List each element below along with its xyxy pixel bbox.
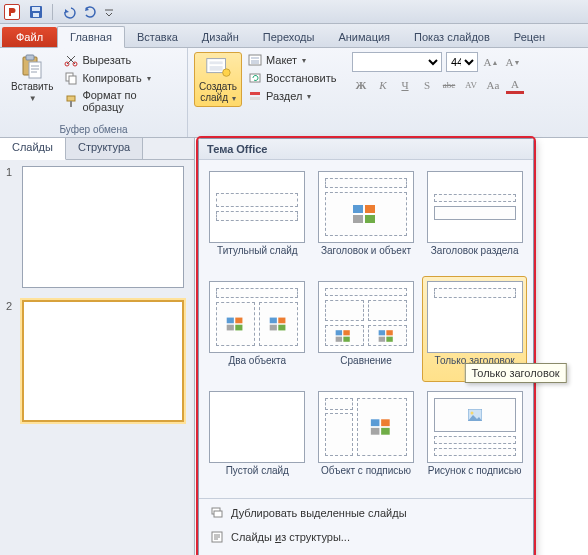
svg-rect-5 [29,62,41,78]
slide-thumbnail[interactable] [22,300,184,422]
layout-section-header[interactable]: Заголовок раздела [422,166,527,272]
shadow-button[interactable]: S [418,76,436,94]
shrink-font-icon[interactable]: A▼ [504,53,522,71]
underline-button[interactable]: Ч [396,76,414,94]
svg-rect-24 [353,215,363,223]
redo-icon[interactable] [81,4,97,20]
layout-icon [248,53,262,67]
cut-button[interactable]: Вырезать [62,52,181,68]
svg-rect-1 [32,7,40,11]
tab-outline-pane[interactable]: Структура [66,138,143,159]
section-button[interactable]: Раздел▾ [246,88,338,104]
layout-picture-caption[interactable]: Рисунок с подписью [422,386,527,492]
svg-rect-21 [250,97,260,100]
svg-rect-26 [227,318,234,324]
layout-content-caption[interactable]: Объект с подписью [314,386,419,492]
svg-rect-39 [387,330,393,335]
svg-rect-11 [70,101,72,107]
copy-label: Копировать [82,72,141,84]
slide-thumbnail[interactable] [22,166,184,288]
copy-icon [64,71,78,85]
tab-animation[interactable]: Анимация [326,27,402,47]
svg-rect-29 [235,325,242,331]
cut-label: Вырезать [82,54,131,66]
paste-label: Вставить▼ [11,81,53,104]
layout-blank[interactable]: Пустой слайд [205,386,310,492]
tab-transitions[interactable]: Переходы [251,27,327,47]
tab-insert[interactable]: Вставка [125,27,190,47]
svg-rect-23 [365,205,375,213]
layout-label: Сравнение [340,353,391,377]
svg-rect-2 [33,13,39,17]
qat-customize-icon[interactable] [101,4,117,20]
font-family-select[interactable] [352,52,442,72]
svg-rect-44 [371,428,380,435]
duplicate-slides[interactable]: Дублировать выделенные слайды [199,501,533,525]
tab-file[interactable]: Файл [2,27,57,47]
tab-home[interactable]: Главная [57,26,125,48]
svg-rect-37 [344,336,350,341]
scissors-icon [64,53,78,67]
layout-label: Рисунок с подписью [428,463,522,487]
thumb-number: 2 [6,300,16,422]
italic-button[interactable]: К [374,76,392,94]
svg-rect-30 [270,318,277,324]
gallery-header: Тема Office [199,139,533,160]
bold-button[interactable]: Ж [352,76,370,94]
section-label: Раздел [266,90,302,102]
thumb-number: 1 [6,166,16,288]
layout-label: Заголовок и объект [321,243,411,267]
svg-rect-32 [270,325,277,331]
save-icon[interactable] [28,4,44,20]
layout-title-slide[interactable]: Титульный слайд [205,166,310,272]
group-clipboard: Вставить▼ Вырезать Копировать▾ Формат по… [0,48,188,137]
layout-label: Макет [266,54,297,66]
layout-two-content[interactable]: Два объекта [205,276,310,382]
strike-button[interactable]: abc [440,76,458,94]
font-size-select[interactable]: 44 [446,52,478,72]
svg-point-47 [470,412,473,415]
svg-rect-31 [278,318,285,324]
svg-rect-36 [336,336,342,341]
svg-rect-41 [387,336,393,341]
font-color-button[interactable]: A [506,76,524,94]
slides-from-outline[interactable]: Слайды из структуры... [199,525,533,549]
layout-title-content[interactable]: Заголовок и объект [314,166,419,272]
copy-button[interactable]: Копировать▾ [62,70,181,86]
format-painter-button[interactable]: Формат по образцу [62,88,181,114]
new-slide-gallery: Тема Office Титульный слайд Заголовок и … [198,138,534,555]
grow-font-icon[interactable]: A▲ [482,53,500,71]
layout-button[interactable]: Макет▾ [246,52,338,68]
layout-comparison[interactable]: Сравнение [314,276,419,382]
main-content: Слайды Структура 1 2 Тема Office [0,138,588,555]
svg-rect-13 [210,61,223,64]
layout-title-only[interactable]: Только заголовок Только заголовок [422,276,527,382]
new-slide-label: Создатьслайд ▾ [199,81,237,104]
svg-rect-4 [26,55,34,60]
change-case-button[interactable]: Aa [484,76,502,94]
tab-slideshow[interactable]: Показ слайдов [402,27,502,47]
outline-icon [209,529,225,545]
tab-design[interactable]: Дизайн [190,27,251,47]
new-slide-button[interactable]: Создатьслайд ▾ [194,52,242,107]
reuse-slides[interactable]: Повторное использование слайдов... [199,549,533,555]
duplicate-icon [209,505,225,521]
paste-button[interactable]: Вставить▼ [6,52,58,114]
group-slides: Создатьслайд ▾ Макет▾ Восстановить Разде… [188,48,346,137]
layout-label: Титульный слайд [217,243,298,267]
undo-icon[interactable] [61,4,77,20]
layout-label: Два объекта [229,353,287,377]
slide-pane: Слайды Структура 1 2 [0,138,195,555]
svg-rect-34 [336,330,342,335]
reset-button[interactable]: Восстановить [246,70,338,86]
title-bar [0,0,588,24]
char-spacing-button[interactable]: AV [462,76,480,94]
tab-review[interactable]: Рецен [502,27,557,47]
svg-point-15 [223,69,230,76]
ribbon: Вставить▼ Вырезать Копировать▾ Формат по… [0,48,588,138]
tab-slides-pane[interactable]: Слайды [0,138,66,160]
svg-rect-25 [365,215,375,223]
brush-icon [64,94,78,108]
svg-rect-45 [381,428,390,435]
paste-icon [18,55,46,79]
